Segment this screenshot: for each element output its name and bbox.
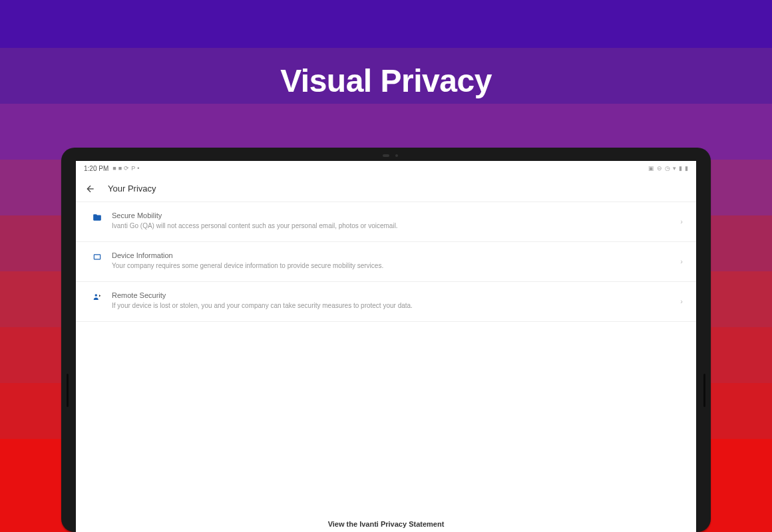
svg-point-2 bbox=[95, 294, 98, 297]
security-person-icon bbox=[92, 292, 102, 303]
promo-title: Visual Privacy bbox=[0, 63, 772, 99]
list-item-description: If your device is lost or stolen, you an… bbox=[112, 301, 671, 311]
chevron-right-icon: › bbox=[680, 217, 683, 225]
signal-icon: ▮ bbox=[679, 165, 682, 172]
tablet-device-frame: 1:20 PM ■ ■ ⟳ P • ▣ ⊖ ◷ ▾ ▮ ▮ bbox=[61, 148, 711, 532]
list-item-title: Device Information bbox=[112, 251, 671, 259]
privacy-item-secure-mobility[interactable]: Secure Mobility Ivanti Go (QA) will not … bbox=[76, 202, 696, 242]
clock-icon: ◷ bbox=[665, 165, 670, 172]
list-item-title: Remote Security bbox=[112, 291, 671, 299]
android-status-bar: 1:20 PM ■ ■ ⟳ P • ▣ ⊖ ◷ ▾ ▮ ▮ bbox=[76, 161, 696, 176]
privacy-statement-link[interactable]: View the Ivanti Privacy Statement bbox=[76, 515, 696, 532]
wifi-icon: ▾ bbox=[673, 165, 676, 172]
privacy-item-remote-security[interactable]: Remote Security If your device is lost o… bbox=[76, 282, 696, 322]
do-not-disturb-icon: ⊖ bbox=[657, 165, 662, 172]
list-item-title: Secure Mobility bbox=[112, 211, 671, 219]
privacy-item-device-information[interactable]: Device Information Your company requires… bbox=[76, 242, 696, 282]
list-item-description: Ivanti Go (QA) will not access personal … bbox=[112, 221, 671, 231]
dot-icon: • bbox=[137, 165, 139, 172]
folder-icon: ■ bbox=[112, 165, 116, 172]
tablet-speaker-right bbox=[703, 374, 705, 407]
cast-icon: ▣ bbox=[648, 165, 654, 172]
chevron-right-icon: › bbox=[680, 257, 683, 265]
back-button[interactable] bbox=[85, 184, 96, 194]
status-time: 1:20 PM bbox=[84, 165, 108, 172]
p-icon: P bbox=[131, 165, 135, 172]
status-system-icons: ▣ ⊖ ◷ ▾ ▮ ▮ bbox=[648, 165, 688, 172]
svg-rect-1 bbox=[94, 255, 100, 259]
sync-icon: ⟳ bbox=[124, 165, 129, 172]
page-title: Your Privacy bbox=[108, 184, 156, 194]
promotional-backdrop: Visual Privacy 1:20 PM ■ ■ ⟳ P • bbox=[0, 0, 772, 532]
device-icon bbox=[92, 252, 102, 263]
app-bar: Your Privacy bbox=[76, 176, 696, 202]
folder-icon: ■ bbox=[118, 165, 122, 172]
status-notification-icons: ■ ■ ⟳ P • bbox=[112, 165, 139, 172]
chevron-right-icon: › bbox=[680, 297, 683, 305]
content-area: Secure Mobility Ivanti Go (QA) will not … bbox=[76, 202, 696, 532]
spacer bbox=[76, 322, 696, 515]
folder-locked-icon bbox=[92, 212, 102, 223]
list-item-description: Your company requires some general devic… bbox=[112, 261, 671, 271]
tablet-screen: 1:20 PM ■ ■ ⟳ P • ▣ ⊖ ◷ ▾ ▮ ▮ bbox=[76, 161, 696, 532]
tablet-speaker-left bbox=[67, 374, 69, 407]
battery-icon: ▮ bbox=[685, 165, 688, 172]
